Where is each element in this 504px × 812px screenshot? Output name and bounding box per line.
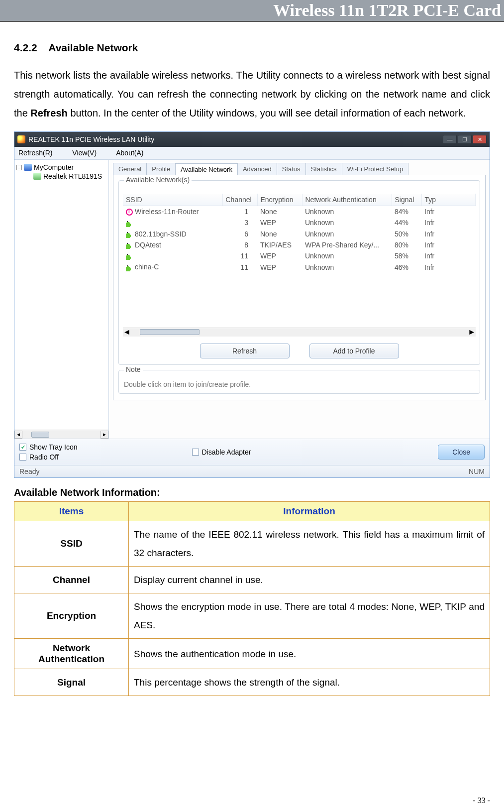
cell-signal: 46% bbox=[392, 261, 421, 272]
cell-ssid: DQAtest bbox=[135, 241, 161, 249]
tab-general[interactable]: General bbox=[113, 163, 147, 175]
section-paragraph: This network lists the available wireles… bbox=[14, 66, 490, 122]
cell-auth: Unknown bbox=[302, 206, 392, 218]
note-box: Note Double click on item to join/create… bbox=[118, 370, 480, 394]
info-desc: This percentage shows the strength of th… bbox=[129, 669, 490, 696]
network-table: SSID Channel Encryption Network Authenti… bbox=[123, 194, 476, 273]
cell-auth: WPA Pre-Shared Key/... bbox=[302, 239, 392, 250]
scroll-right-icon[interactable]: ► bbox=[101, 431, 108, 439]
refresh-button[interactable]: Refresh bbox=[200, 344, 290, 358]
info-row: SignalThis percentage shows the strength… bbox=[14, 669, 490, 696]
info-desc: Shows the authentication mode in use. bbox=[129, 639, 490, 669]
cell-channel: 3 bbox=[222, 217, 257, 228]
tab-status[interactable]: Status bbox=[277, 163, 306, 175]
cell-encryption: None bbox=[257, 229, 302, 239]
network-row[interactable]: DQAtest8TKIP/AESWPA Pre-Shared Key/...80… bbox=[123, 239, 476, 250]
network-row[interactable]: Wireless-11n-Router1NoneUnknown84%Infr bbox=[123, 206, 476, 218]
status-right: NUM bbox=[469, 467, 485, 475]
table-scroll-thumb[interactable] bbox=[140, 329, 200, 335]
scroll-thumb[interactable] bbox=[31, 432, 49, 438]
tree-root[interactable]: - MyComputer bbox=[16, 163, 106, 172]
table-scroll-left-icon[interactable]: ◄ bbox=[123, 328, 131, 337]
tab-advanced[interactable]: Advanced bbox=[237, 163, 277, 175]
close-button[interactable]: Close bbox=[438, 445, 485, 460]
tab-strip: General Profile Available Network Advanc… bbox=[113, 163, 486, 175]
menu-view[interactable]: View(V) bbox=[72, 149, 105, 157]
cell-signal: 50% bbox=[392, 229, 421, 239]
cell-type: Infr bbox=[421, 239, 476, 250]
doc-title: Wireless 11n 1T2R PCI-E Card bbox=[273, 1, 501, 19]
table-scrollbar[interactable]: ◄ ► bbox=[123, 328, 476, 337]
cell-channel: 8 bbox=[222, 239, 257, 250]
col-signal[interactable]: Signal bbox=[392, 194, 421, 206]
tab-available-network[interactable]: Available Network bbox=[175, 163, 238, 175]
info-item: Network Authentication bbox=[14, 639, 129, 669]
info-item: Channel bbox=[14, 567, 129, 593]
cell-encryption: TKIP/AES bbox=[257, 239, 302, 250]
group-legend: Available Network(s) bbox=[124, 176, 192, 184]
menu-about[interactable]: About(A) bbox=[116, 149, 152, 157]
cell-signal: 80% bbox=[392, 239, 421, 250]
menu-refresh[interactable]: Refresh(R) bbox=[18, 149, 61, 157]
maximize-button[interactable]: ☐ bbox=[458, 135, 472, 144]
minimize-button[interactable]: — bbox=[443, 135, 457, 144]
info-item: Encryption bbox=[14, 593, 129, 639]
cell-ssid: china-C bbox=[135, 263, 159, 271]
col-channel[interactable]: Channel bbox=[222, 194, 257, 206]
computer-icon bbox=[24, 164, 32, 171]
cell-auth: Unknown bbox=[302, 250, 392, 261]
info-header-information: Information bbox=[129, 502, 490, 521]
info-row: Network AuthenticationShows the authenti… bbox=[14, 639, 490, 669]
note-text: Double click on item to join/create prof… bbox=[124, 380, 251, 388]
signal-icon bbox=[126, 220, 133, 227]
table-scroll-right-icon[interactable]: ► bbox=[468, 328, 476, 337]
cell-type: Infr bbox=[421, 206, 476, 218]
add-to-profile-button[interactable]: Add to Profile bbox=[309, 344, 399, 358]
tab-profile[interactable]: Profile bbox=[146, 163, 176, 175]
network-row[interactable]: 3WEPUnknown44%Infr bbox=[123, 217, 476, 228]
col-auth[interactable]: Network Authentication bbox=[302, 194, 392, 206]
para-post: button. In the center of the Utility win… bbox=[68, 108, 466, 118]
tree-toggle-icon[interactable]: - bbox=[16, 165, 22, 170]
show-tray-checkbox[interactable]: ✔ bbox=[19, 444, 26, 451]
cell-signal: 44% bbox=[392, 217, 421, 228]
col-encryption[interactable]: Encryption bbox=[257, 194, 302, 206]
doc-header: Wireless 11n 1T2R PCI-E Card bbox=[0, 0, 504, 22]
signal-icon bbox=[126, 264, 133, 271]
tree-scrollbar[interactable]: ◄ ► bbox=[14, 430, 108, 439]
col-ssid[interactable]: SSID bbox=[123, 194, 222, 206]
info-table: Items Information SSIDThe name of the IE… bbox=[14, 501, 490, 696]
col-type[interactable]: Typ bbox=[421, 194, 476, 206]
cell-auth: Unknown bbox=[302, 261, 392, 272]
nic-icon bbox=[33, 173, 41, 180]
disable-adapter-checkbox[interactable] bbox=[192, 449, 199, 456]
cell-type: Infr bbox=[421, 217, 476, 228]
available-networks-group: Available Network(s) SSID Channel Encryp… bbox=[118, 180, 480, 365]
network-row[interactable]: china-C11WEPUnknown46%Infr bbox=[123, 261, 476, 272]
section-heading: 4.2.2 Available Network bbox=[14, 42, 490, 54]
status-left: Ready bbox=[19, 467, 39, 475]
network-row[interactable]: 11WEPUnknown58%Infr bbox=[123, 250, 476, 261]
signal-icon bbox=[126, 209, 133, 216]
cell-auth: Unknown bbox=[302, 217, 392, 228]
footer-options: ✔ Show Tray Icon Radio Off Disable Adapt… bbox=[14, 439, 490, 465]
section-title: Available Network bbox=[48, 42, 138, 53]
scroll-left-icon[interactable]: ◄ bbox=[14, 431, 22, 439]
cell-type: Infr bbox=[421, 261, 476, 272]
close-window-button[interactable]: ✕ bbox=[473, 135, 487, 144]
tree-root-label: MyComputer bbox=[34, 163, 74, 171]
page-number: - 33 - bbox=[473, 796, 490, 805]
tree-child[interactable]: Realtek RTL8191S bbox=[16, 172, 106, 181]
cell-encryption: WEP bbox=[257, 217, 302, 228]
window-titlebar[interactable]: REALTEK 11n PCIE Wireless LAN Utility — … bbox=[14, 132, 490, 147]
tab-wps[interactable]: Wi-Fi Protect Setup bbox=[342, 163, 409, 175]
tab-statistics[interactable]: Statistics bbox=[305, 163, 342, 175]
signal-icon bbox=[126, 253, 133, 260]
info-item: SSID bbox=[14, 521, 129, 567]
show-tray-label: Show Tray Icon bbox=[29, 443, 78, 451]
cell-encryption: None bbox=[257, 206, 302, 218]
info-desc: Shows the encryption mode in use. There … bbox=[129, 593, 490, 639]
network-row[interactable]: 802.11bgn-SSID6NoneUnknown50%Infr bbox=[123, 229, 476, 239]
radio-off-checkbox[interactable] bbox=[19, 454, 26, 461]
cell-channel: 11 bbox=[222, 250, 257, 261]
